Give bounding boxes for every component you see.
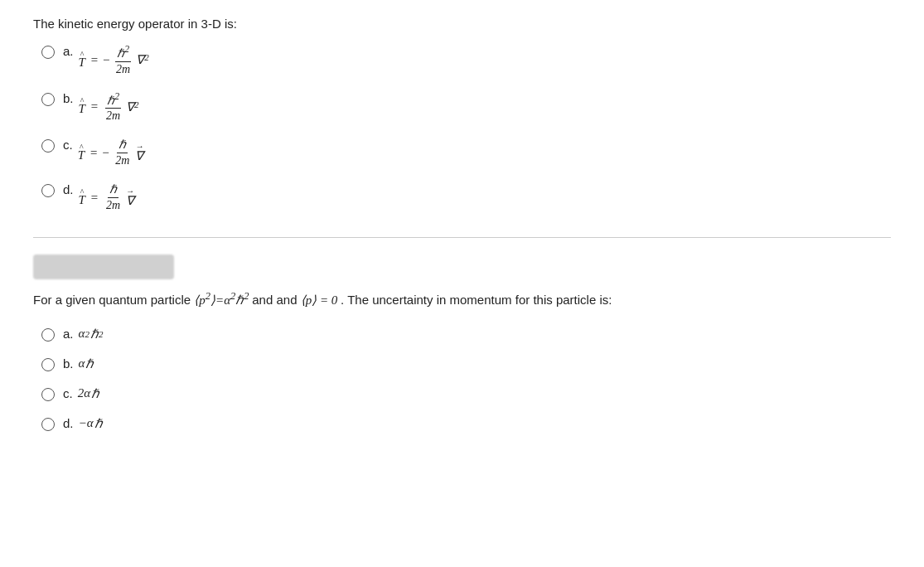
formula-2d: −αℏ — [79, 416, 103, 431]
option-1c-label: c. — [63, 138, 73, 152]
question-1: The kinetic energy operator in 3-D is: a… — [33, 17, 891, 212]
option-2a-label: a. — [63, 327, 74, 341]
option-1a-label: a. — [63, 44, 74, 58]
option-1a: a. ^ T = − ℏ2 2m ∇2 — [41, 44, 891, 76]
radio-2c[interactable] — [41, 388, 55, 401]
option-1d: d. ^ T = ℏ 2m → ∇ — [41, 182, 891, 212]
formula-1d: ^ T = ℏ 2m → ∇ — [79, 182, 135, 212]
formula-1c: ^ T = − ℏ 2m → ∇ — [78, 138, 144, 167]
formula-2a: α2ℏ2 — [79, 327, 104, 342]
formula-2c: 2αℏ — [78, 386, 99, 401]
question-1-text: The kinetic energy operator in 3-D is: — [33, 17, 891, 31]
option-1d-label: d. — [63, 182, 74, 196]
formula-2b: αℏ — [79, 356, 94, 371]
option-2b-label: b. — [63, 356, 74, 371]
option-2d: d. −αℏ — [41, 416, 891, 431]
q2-text-before: For a given quantum particle — [33, 293, 191, 307]
q2-and-text: and — [252, 293, 273, 307]
option-2c: c. 2αℏ — [41, 386, 891, 401]
option-2b: b. αℏ — [41, 356, 891, 371]
option-2a: a. α2ℏ2 — [41, 327, 891, 342]
radio-1d[interactable] — [41, 184, 55, 197]
q2-text-after: . The uncertainty in momentum for this p… — [341, 293, 612, 307]
option-1c: c. ^ T = − ℏ 2m → ∇ — [41, 138, 891, 167]
question-2: For a given quantum particle ⟨p2⟩=α2ℏ2 a… — [33, 288, 891, 431]
section-divider — [33, 237, 891, 238]
question-2-text: For a given quantum particle ⟨p2⟩=α2ℏ2 a… — [33, 288, 891, 312]
radio-1a[interactable] — [41, 46, 55, 59]
radio-1c[interactable] — [41, 139, 55, 153]
radio-1b[interactable] — [41, 93, 55, 106]
option-2c-label: c. — [63, 386, 73, 400]
blurred-content — [33, 254, 174, 279]
formula-1b: ^ T = ℏ2 2m ∇2 — [79, 91, 139, 124]
option-1b-label: b. — [63, 91, 74, 105]
option-1b: b. ^ T = ℏ2 2m ∇2 — [41, 91, 891, 124]
question-1-options: a. ^ T = − ℏ2 2m ∇2 b. — [41, 44, 891, 212]
radio-2a[interactable] — [41, 328, 55, 342]
radio-2d[interactable] — [41, 418, 55, 431]
q2-p2-expr: ⟨p2⟩=α2ℏ2 — [194, 293, 252, 307]
option-2d-label: d. — [63, 416, 74, 430]
question-2-options: a. α2ℏ2 b. αℏ c. 2αℏ d. −αℏ — [41, 327, 891, 431]
q2-p-expr: ⟨p⟩ = 0 — [301, 293, 341, 307]
radio-2b[interactable] — [41, 358, 55, 371]
formula-1a: ^ T = − ℏ2 2m ∇2 — [79, 44, 149, 76]
